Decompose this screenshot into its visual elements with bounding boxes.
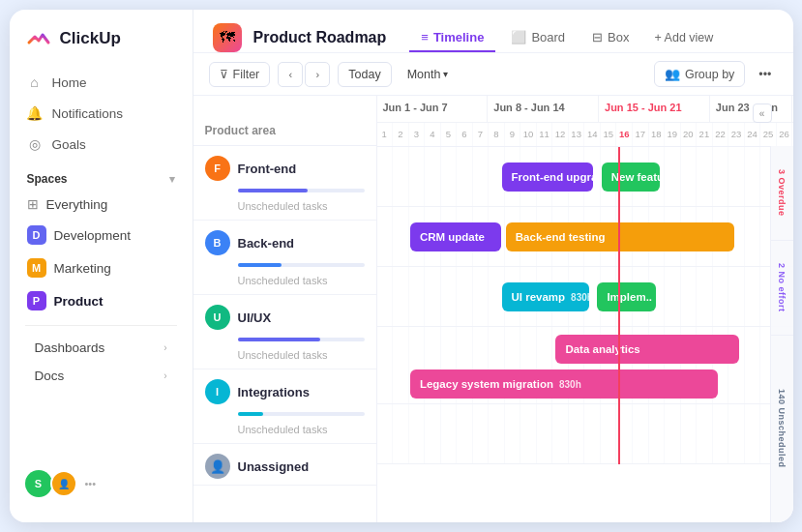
integrations-avatar: I — [205, 379, 230, 404]
chevron-right-icon: › — [163, 342, 166, 353]
toolbar: ⊽ Filter ‹ › Today Month ▾ 👥 Group by ••… — [193, 53, 793, 96]
gantt-row-unassigned: 👤 Unassigned — [193, 444, 376, 486]
sidebar: ClickUp ⌂ Home 🔔 Notifications ◎ Goals S… — [10, 10, 193, 522]
tab-board[interactable]: ⬜ Board — [499, 24, 577, 52]
unassigned-name: Unassigned — [238, 459, 310, 474]
tab-box[interactable]: ⊟ Box — [580, 24, 640, 52]
marketing-badge: M — [27, 258, 46, 278]
overdue-label: 3 Overdue — [771, 146, 793, 241]
tab-timeline[interactable]: ≡ Timeline — [409, 24, 495, 52]
bar-ui-revamp[interactable]: UI revamp 830h — [502, 282, 589, 311]
sidebar-item-everything[interactable]: ⊞ Everything — [17, 190, 185, 219]
month-chevron-icon: ▾ — [443, 69, 448, 79]
right-labels-panel: 3 Overdue 2 No effort 140 Unscheduled — [770, 146, 793, 522]
home-icon: ⌂ — [27, 74, 43, 90]
gantt-timeline: « Jun 1 - Jun 7 Jun 8 - Jun 14 Jun 15 - … — [377, 96, 793, 522]
ellipsis-icon: ••• — [758, 68, 771, 81]
clickup-logo-icon — [25, 25, 52, 52]
day-labels: 1 2 3 4 5 6 7 8 9 10 11 12 13 14 — [377, 123, 793, 146]
add-view-button[interactable]: + Add view — [645, 25, 724, 50]
timeline-row-integrations: Data analytics Legacy system migration 8… — [377, 327, 793, 404]
sidebar-item-notifications-label: Notifications — [52, 106, 124, 121]
logo-text: ClickUp — [60, 29, 121, 48]
avatar-2[interactable]: 👤 — [50, 470, 77, 497]
more-options-button[interactable]: ••• — [753, 63, 777, 86]
integrations-progress — [238, 412, 365, 416]
avatar-1[interactable]: S — [25, 470, 52, 497]
goals-icon: ◎ — [27, 136, 43, 152]
gantt-left-panel: Product area F Front-end Unscheduled tas… — [193, 96, 377, 522]
gantt-row-frontend: F Front-end Unscheduled tasks — [193, 146, 376, 221]
today-button[interactable]: Today — [338, 62, 391, 87]
timeline-row-backend: CRM update Back-end testing — [377, 207, 793, 267]
timeline-icon: ≡ — [421, 30, 429, 44]
frontend-unscheduled: Unscheduled tasks — [193, 198, 376, 220]
filter-button[interactable]: ⊽ Filter — [209, 62, 271, 87]
sidebar-item-development[interactable]: D Development — [17, 219, 185, 251]
backend-avatar: B — [205, 230, 230, 255]
bar-legacy-migration[interactable]: Legacy system migration 830h — [410, 369, 718, 399]
timeline-row-unassigned — [377, 404, 793, 464]
bell-icon: 🔔 — [27, 105, 43, 121]
bar-data-analytics[interactable]: Data analytics — [555, 335, 738, 364]
grid-icon: ⊞ — [27, 196, 39, 212]
sidebar-footer: S 👤 ••• — [10, 460, 193, 507]
sidebar-item-marketing[interactable]: M Marketing — [17, 251, 185, 284]
sidebar-item-goals[interactable]: ◎ Goals — [17, 130, 185, 159]
filter-icon: ⊽ — [220, 68, 228, 81]
backend-progress — [238, 263, 365, 267]
today-line — [618, 147, 620, 464]
groupby-icon: 👥 — [665, 67, 680, 81]
integrations-unscheduled: Unscheduled tasks — [193, 422, 376, 443]
week-label-4: Jun 23 - Jun — [710, 96, 793, 122]
backend-name: Back-end — [238, 236, 295, 251]
sidebar-item-home[interactable]: ⌂ Home — [17, 68, 185, 97]
bar-crm-update[interactable]: CRM update — [410, 222, 502, 251]
main-content: 🗺 Product Roadmap ≡ Timeline ⬜ Board ⊟ B… — [193, 10, 793, 522]
sidebar-item-dashboards[interactable]: Dashboards › — [17, 334, 185, 362]
sidebar-item-docs[interactable]: Docs › — [17, 362, 185, 390]
frontend-avatar: F — [205, 156, 230, 181]
timeline-body: Front-end upgrade 830h New feature.. ℹ — [377, 147, 793, 464]
board-icon: ⬜ — [511, 30, 526, 44]
frontend-progress — [238, 189, 365, 192]
sidebar-item-home-label: Home — [52, 75, 87, 90]
bar-backend-testing[interactable]: Back-end testing — [506, 222, 735, 251]
prev-button[interactable]: ‹ — [278, 62, 303, 87]
project-icon: 🗺 — [213, 23, 242, 52]
unscheduled-label: 140 Unscheduled — [771, 336, 793, 523]
main-header: 🗺 Product Roadmap ≡ Timeline ⬜ Board ⊟ B… — [193, 10, 793, 53]
everything-label: Everything — [46, 197, 108, 212]
next-button[interactable]: › — [305, 62, 330, 87]
chevron-down-icon[interactable]: ▾ — [169, 173, 175, 186]
project-title: Product Roadmap — [253, 29, 387, 46]
bar-new-feature[interactable]: New feature.. ℹ — [602, 163, 660, 192]
collapse-button[interactable]: « — [753, 103, 772, 123]
box-icon: ⊟ — [592, 30, 603, 44]
week-labels: Jun 1 - Jun 7 Jun 8 - Jun 14 Jun 15 - Ju… — [377, 96, 793, 123]
noeffort-label: 2 No effort — [771, 241, 793, 336]
sidebar-item-goals-label: Goals — [52, 137, 86, 152]
sidebar-item-notifications[interactable]: 🔔 Notifications — [17, 99, 185, 128]
gantt-chart: Product area F Front-end Unscheduled tas… — [193, 96, 793, 522]
unassigned-avatar: 👤 — [205, 454, 230, 479]
gantt-area-header: Product area — [193, 96, 376, 146]
uiux-unscheduled: Unscheduled tasks — [193, 347, 376, 369]
month-selector[interactable]: Month ▾ — [400, 63, 457, 86]
uiux-progress — [238, 338, 365, 341]
marketing-label: Marketing — [54, 261, 111, 276]
view-tabs: ≡ Timeline ⬜ Board ⊟ Box + Add view — [409, 24, 723, 51]
week-label-3: Jun 15 - Jun 21 — [599, 96, 710, 122]
avatar-more-icon: ••• — [85, 478, 97, 489]
timeline-nav-arrows: ‹ › — [278, 62, 330, 87]
bar-frontend-upgrade[interactable]: Front-end upgrade 830h — [502, 163, 594, 192]
spaces-section-header: Spaces ▾ — [10, 159, 193, 190]
gantt-row-backend: B Back-end Unscheduled tasks — [193, 221, 376, 295]
week-label-1: Jun 1 - Jun 7 — [377, 96, 489, 122]
timeline-row-uiux: UI revamp 830h Implem.. ℹ — [377, 267, 793, 327]
gantt-row-integrations: I Integrations Unscheduled tasks — [193, 369, 376, 444]
product-badge: P — [27, 291, 46, 310]
sidebar-item-product[interactable]: P Product — [17, 284, 185, 317]
groupby-button[interactable]: 👥 Group by — [654, 61, 745, 87]
bar-implement[interactable]: Implem.. ℹ — [597, 282, 655, 311]
